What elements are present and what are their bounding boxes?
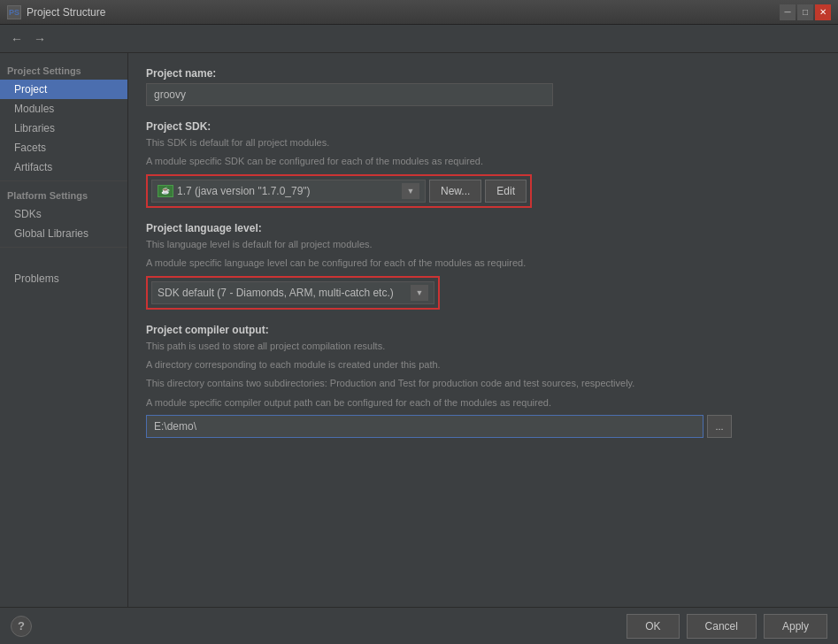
window-title: Project Structure <box>27 6 780 19</box>
project-language-desc2: A module specific language level can be … <box>146 257 820 270</box>
browse-button[interactable]: ... <box>707 415 732 438</box>
project-sdk-section: Project SDK: This SDK is default for all… <box>146 120 820 208</box>
sidebar-item-libraries[interactable]: Libraries <box>0 119 127 138</box>
app-icon: PS <box>7 5 21 19</box>
language-level-value: SDK default (7 - Diamonds, ARM, multi-ca… <box>158 287 394 299</box>
sidebar-item-global-libraries[interactable]: Global Libraries <box>0 224 127 243</box>
window-controls: ─ □ ✕ <box>780 4 831 20</box>
sidebar-item-facets[interactable]: Facets <box>0 138 127 157</box>
language-level-dropdown[interactable]: SDK default (7 - Diamonds, ARM, multi-ca… <box>151 281 434 304</box>
project-sdk-desc1: This SDK is default for all project modu… <box>146 136 820 150</box>
bottom-bar: ? OK Cancel Apply <box>0 607 838 644</box>
project-name-section: Project name: <box>146 67 820 106</box>
sdk-row: ☕ 1.7 (java version "1.7.0_79") ▼ New...… <box>146 174 532 208</box>
compiler-output-row: ... <box>146 415 820 438</box>
close-button[interactable]: ✕ <box>815 4 831 20</box>
sidebar-item-artifacts[interactable]: Artifacts <box>0 157 127 177</box>
new-sdk-button[interactable]: New... <box>429 180 481 203</box>
project-language-desc1: This language level is default for all p… <box>146 238 820 251</box>
project-sdk-label: Project SDK: <box>146 120 820 133</box>
minimize-button[interactable]: ─ <box>780 4 796 20</box>
content-area: Project Settings Project Modules Librari… <box>0 53 838 607</box>
edit-sdk-button[interactable]: Edit <box>485 180 527 203</box>
sdk-dropdown-arrow[interactable]: ▼ <box>402 183 419 199</box>
title-bar: PS Project Structure ─ □ ✕ <box>0 0 838 25</box>
sidebar-item-problems[interactable]: Problems <box>0 269 127 288</box>
project-compiler-section: Project compiler output: This path is us… <box>146 324 820 439</box>
ok-button[interactable]: OK <box>627 614 679 639</box>
language-level-row: SDK default (7 - Diamonds, ARM, multi-ca… <box>146 276 440 310</box>
sidebar-item-modules[interactable]: Modules <box>0 99 127 119</box>
project-sdk-desc2: A module specific SDK can be configured … <box>146 155 820 168</box>
back-button[interactable]: ← <box>7 29 27 49</box>
toolbar: ← → <box>0 25 838 53</box>
project-settings-label: Project Settings <box>0 60 127 80</box>
sidebar: Project Settings Project Modules Librari… <box>0 53 128 607</box>
project-compiler-desc1: This path is used to store all project c… <box>146 340 820 353</box>
project-compiler-desc2: A directory corresponding to each module… <box>146 358 820 372</box>
cancel-button[interactable]: Cancel <box>687 614 757 639</box>
maximize-button[interactable]: □ <box>797 4 813 20</box>
sdk-dropdown[interactable]: ☕ 1.7 (java version "1.7.0_79") ▼ <box>151 180 426 203</box>
project-compiler-desc4: A module specific compiler output path c… <box>146 396 820 410</box>
project-name-input[interactable] <box>146 83 553 106</box>
project-name-label: Project name: <box>146 67 820 80</box>
help-button[interactable]: ? <box>11 616 32 637</box>
bottom-buttons: OK Cancel Apply <box>627 614 827 639</box>
java-sdk-icon: ☕ <box>158 185 173 197</box>
sidebar-divider-1 <box>0 180 127 181</box>
sidebar-divider-2 <box>0 247 127 248</box>
sidebar-item-project[interactable]: Project <box>0 80 127 99</box>
main-container: ← → Project Settings Project Modules Lib… <box>0 25 838 644</box>
project-compiler-label: Project compiler output: <box>146 324 820 336</box>
project-language-label: Project language level: <box>146 222 820 234</box>
sdk-select-value: 1.7 (java version "1.7.0_79") <box>177 185 398 197</box>
compiler-output-input[interactable] <box>146 415 703 438</box>
platform-settings-label: Platform Settings <box>0 185 127 204</box>
apply-button[interactable]: Apply <box>764 614 827 639</box>
project-compiler-desc3: This directory contains two subdirectori… <box>146 377 820 390</box>
forward-button[interactable]: → <box>30 29 50 49</box>
language-level-arrow[interactable]: ▼ <box>411 285 428 301</box>
main-content: Project name: Project SDK: This SDK is d… <box>128 53 838 607</box>
sidebar-item-sdks[interactable]: SDKs <box>0 204 127 224</box>
project-language-section: Project language level: This language le… <box>146 222 820 310</box>
